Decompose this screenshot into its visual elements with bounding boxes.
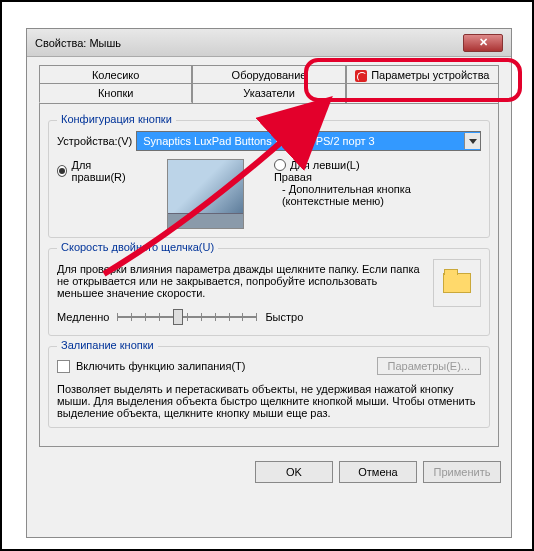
test-folder-icon[interactable] (433, 259, 481, 307)
sticky-params-button: Параметры(E)... (377, 357, 481, 375)
touchpad-preview (167, 159, 244, 229)
speed-fast-label: Быстро (265, 311, 303, 323)
tab-buttons[interactable]: Кнопки (39, 83, 192, 103)
ok-button[interactable]: OK (255, 461, 333, 483)
chevron-down-icon (464, 133, 480, 149)
tab-empty (346, 83, 499, 103)
device-select[interactable]: Synaptics LuxPad Buttons V7.5 на PS/2 по… (136, 131, 481, 151)
radio-dot-icon (274, 159, 286, 171)
speed-slow-label: Медленно (57, 311, 109, 323)
tab-pointers[interactable]: Указатели (192, 83, 345, 103)
sticky-help-text: Позволяет выделять и перетаскивать объек… (57, 383, 481, 419)
speed-help-text: Для проверки влияния параметра дважды ще… (57, 263, 423, 299)
tab-hardware[interactable]: Оборудование (192, 65, 345, 85)
window-title: Свойства: Мышь (35, 37, 121, 49)
cancel-button[interactable]: Отмена (339, 461, 417, 483)
sticky-group-title: Залипание кнопки (57, 339, 158, 351)
device-label: Устройства:(V) (57, 135, 132, 147)
radio-dot-icon (57, 165, 67, 177)
speed-group-title: Скорость двойного щелчка(U) (57, 241, 218, 253)
checkbox-icon (57, 360, 70, 373)
apply-button: Применить (423, 461, 501, 483)
close-button[interactable]: ✕ (463, 34, 503, 52)
tab-device-settings[interactable]: Параметры устройства (346, 65, 499, 85)
radio-right-handed[interactable]: Для правши(R) (57, 159, 137, 183)
tab-wheel[interactable]: Колесико (39, 65, 192, 85)
titlebar: Свойства: Мышь ✕ (27, 29, 511, 57)
config-group-title: Конфигурация кнопки (57, 113, 176, 125)
sticky-checkbox[interactable]: Включить функцию залипания(T) (57, 360, 246, 373)
right-button-info: Правая - Дополнительная кнопка (контекст… (274, 171, 481, 207)
radio-left-handed[interactable]: Для левши(L) (274, 159, 481, 171)
device-value: Synaptics LuxPad Buttons V7.5 на PS/2 по… (143, 135, 374, 147)
synaptics-icon (355, 70, 367, 82)
speed-slider[interactable] (117, 307, 257, 327)
